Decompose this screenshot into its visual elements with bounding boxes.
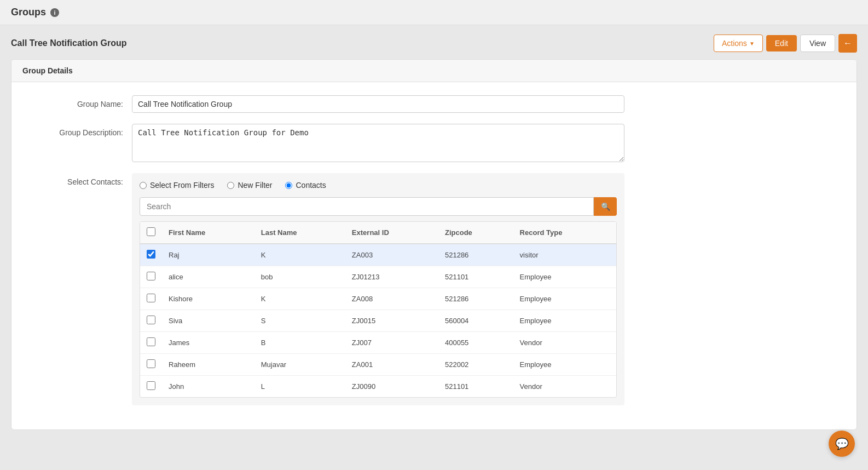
table-row: James B ZJ007 400055 Vendor xyxy=(140,332,616,354)
card-body: Group Name: Group Description: Select Co… xyxy=(11,82,857,429)
row-checkbox[interactable] xyxy=(147,316,155,324)
group-name-field: Group Name: xyxy=(22,95,846,113)
cell-record-type: Employee xyxy=(513,288,616,310)
row-checkbox[interactable] xyxy=(147,250,155,259)
cell-first-name: alice xyxy=(162,266,254,288)
cell-zipcode: 400055 xyxy=(438,332,513,354)
radio-input-contacts[interactable] xyxy=(285,182,292,189)
table-row: Siva S ZJ0015 560004 Employee xyxy=(140,310,616,332)
cell-record-type: Vendor xyxy=(513,332,616,354)
search-button[interactable]: 🔍 xyxy=(594,197,617,216)
cell-external-id: ZA008 xyxy=(345,288,438,310)
table-row: alice bob ZJ01213 521101 Employee xyxy=(140,266,616,288)
cell-first-name: Kishore xyxy=(162,288,254,310)
cell-zipcode: 521286 xyxy=(438,288,513,310)
card-header: Group Details xyxy=(11,60,857,82)
cell-first-name: James xyxy=(162,332,254,354)
table-header-row: First Name Last Name External ID Zipcode… xyxy=(140,222,616,244)
row-checkbox-cell[interactable] xyxy=(140,332,162,354)
cell-external-id: ZJ0015 xyxy=(345,310,438,332)
cell-zipcode: 522002 xyxy=(438,354,513,376)
contacts-table-wrapper[interactable]: First Name Last Name External ID Zipcode… xyxy=(140,221,617,398)
cell-last-name: Mujavar xyxy=(254,354,345,376)
cell-zipcode: 560004 xyxy=(438,310,513,332)
cell-external-id: ZJ01213 xyxy=(345,266,438,288)
col-record-type: Record Type xyxy=(513,222,616,244)
cell-record-type: Employee xyxy=(513,354,616,376)
edit-button[interactable]: Edit xyxy=(766,35,797,51)
table-row: Raj K ZA003 521286 visitor xyxy=(140,244,616,266)
select-contacts-field: Select Contacts: Select From Filters New… xyxy=(22,173,846,405)
cell-record-type: Employee xyxy=(513,266,616,288)
contacts-radio-group: Select From Filters New Filter Contacts xyxy=(140,181,617,190)
cell-first-name: Siva xyxy=(162,310,254,332)
cell-last-name: K xyxy=(254,288,345,310)
cell-external-id: ZA001 xyxy=(345,354,438,376)
row-checkbox[interactable] xyxy=(147,294,155,302)
cell-external-id: ZJ007 xyxy=(345,332,438,354)
group-name-input[interactable] xyxy=(132,95,624,113)
search-row: 🔍 xyxy=(140,197,617,216)
cell-record-type: visitor xyxy=(513,244,616,266)
contacts-panel: Select From Filters New Filter Contacts xyxy=(132,173,624,405)
row-checkbox-cell[interactable] xyxy=(140,266,162,288)
cell-last-name: K xyxy=(254,244,345,266)
row-checkbox[interactable] xyxy=(147,359,155,368)
cell-last-name: L xyxy=(254,376,345,398)
contacts-table: First Name Last Name External ID Zipcode… xyxy=(140,222,616,397)
cell-zipcode: 521286 xyxy=(438,244,513,266)
select-all-checkbox[interactable] xyxy=(147,227,155,236)
back-button[interactable]: ← xyxy=(838,34,857,53)
cell-external-id: ZJ0090 xyxy=(345,376,438,398)
row-checkbox-cell[interactable] xyxy=(140,244,162,266)
actions-button[interactable]: Actions ▼ xyxy=(714,35,763,52)
row-checkbox-cell[interactable] xyxy=(140,354,162,376)
radio-input-new-filter[interactable] xyxy=(227,182,234,189)
row-checkbox-cell[interactable] xyxy=(140,376,162,398)
col-last-name: Last Name xyxy=(254,222,345,244)
col-zipcode: Zipcode xyxy=(438,222,513,244)
row-checkbox[interactable] xyxy=(147,381,155,390)
record-title: Call Tree Notification Group xyxy=(11,38,127,48)
group-description-field: Group Description: xyxy=(22,124,846,162)
cell-record-type: Employee xyxy=(513,310,616,332)
group-name-label: Group Name: xyxy=(22,95,132,108)
header-checkbox-cell[interactable] xyxy=(140,222,162,244)
actions-caret-icon: ▼ xyxy=(749,41,755,47)
cell-zipcode: 521101 xyxy=(438,376,513,398)
radio-new-filter[interactable]: New Filter xyxy=(227,181,272,190)
search-input[interactable] xyxy=(140,197,594,216)
group-details-card: Group Details Group Name: Group Descript… xyxy=(11,59,857,430)
page-header-title: Groups xyxy=(11,7,46,18)
table-row: Kishore K ZA008 521286 Employee xyxy=(140,288,616,310)
cell-first-name: John xyxy=(162,376,254,398)
cell-record-type: Vendor xyxy=(513,376,616,398)
row-checkbox[interactable] xyxy=(147,272,155,280)
cell-first-name: Raheem xyxy=(162,354,254,376)
info-icon: i xyxy=(50,8,59,17)
search-icon: 🔍 xyxy=(601,202,610,211)
select-contacts-label: Select Contacts: xyxy=(22,173,132,186)
radio-select-from-filters[interactable]: Select From Filters xyxy=(140,181,214,190)
radio-label-filter: Select From Filters xyxy=(150,181,214,190)
view-button[interactable]: View xyxy=(800,35,835,52)
radio-label-contacts: Contacts xyxy=(296,181,326,190)
col-first-name: First Name xyxy=(162,222,254,244)
row-checkbox-cell[interactable] xyxy=(140,288,162,310)
row-checkbox-cell[interactable] xyxy=(140,310,162,332)
radio-input-filter[interactable] xyxy=(140,182,147,189)
col-external-id: External ID xyxy=(345,222,438,244)
row-checkbox[interactable] xyxy=(147,337,155,346)
cell-last-name: S xyxy=(254,310,345,332)
cell-last-name: bob xyxy=(254,266,345,288)
radio-contacts[interactable]: Contacts xyxy=(285,181,326,190)
table-row: Raheem Mujavar ZA001 522002 Employee xyxy=(140,354,616,376)
content-area: Call Tree Notification Group Actions ▼ E… xyxy=(0,25,868,439)
chat-icon: 💬 xyxy=(835,437,849,439)
group-description-input[interactable] xyxy=(132,124,624,162)
group-description-label: Group Description: xyxy=(22,124,132,137)
cell-last-name: B xyxy=(254,332,345,354)
back-icon: ← xyxy=(843,38,852,48)
page-header: Groups i xyxy=(0,0,868,25)
top-actions: Actions ▼ Edit View ← xyxy=(714,34,857,53)
